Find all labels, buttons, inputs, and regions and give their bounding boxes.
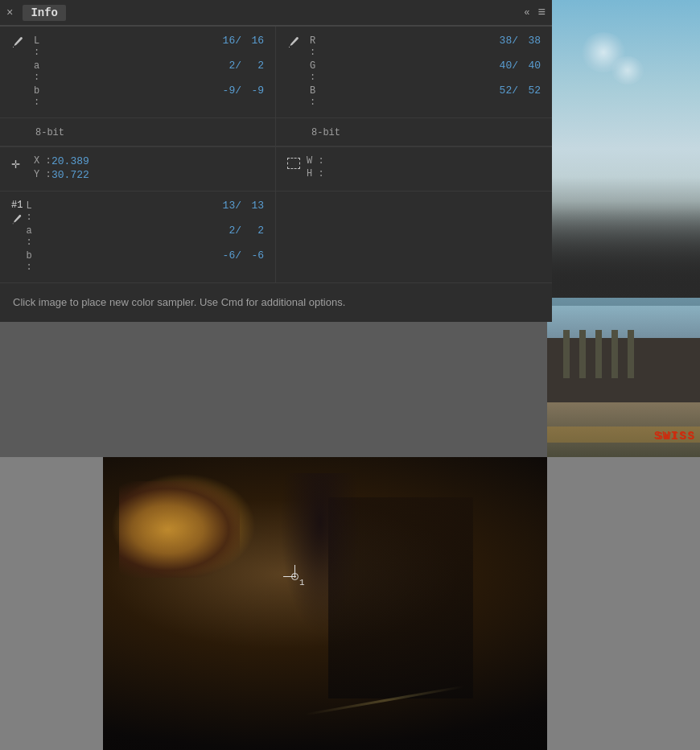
- sampler-1-cell: #1 L : 13/13 a :: [0, 192, 276, 282]
- sampler-label: 1: [299, 578, 305, 587]
- xy-cell: ✛ X : 20.389 Y : 30.722: [0, 147, 276, 191]
- lab-values: L : 16/16 a : 2/2 b : -9/: [34, 35, 264, 109]
- info-panel: × Info « ≡ L : 16/16: [0, 0, 552, 322]
- bit-depth-right-label: 8-bit: [287, 127, 340, 138]
- Y-label: Y :: [34, 169, 51, 181]
- close-button[interactable]: ×: [6, 6, 13, 19]
- bit-depth-right: 8-bit: [276, 118, 552, 146]
- X-value: 20.389: [51, 155, 89, 167]
- B-values: 52/52: [326, 84, 541, 97]
- sampler-row: #1 L : 13/13 a :: [0, 192, 552, 283]
- sampler-id: #1: [11, 200, 23, 211]
- eyedropper-icon: [11, 36, 27, 53]
- left-panel: [0, 457, 103, 750]
- s1-a-label: a :: [26, 225, 42, 248]
- G-label: G :: [310, 60, 326, 83]
- sampler-2-cell: [276, 192, 552, 282]
- H-label: H :: [307, 168, 324, 179]
- sampler-1-values: L : 13/13 a : 2/2 b : -6/: [26, 200, 264, 274]
- X-label: X :: [34, 155, 51, 167]
- position-row: ✛ X : 20.389 Y : 30.722 W: [0, 147, 552, 192]
- Y-value: 30.722: [51, 169, 89, 181]
- b-values: -9/-9: [50, 84, 264, 97]
- s1-b-values: -6/-6: [42, 249, 264, 262]
- xy-values: X : 20.389 Y : 30.722: [34, 155, 89, 183]
- title-bar: × Info « ≡: [0, 0, 552, 26]
- R-values: 38/38: [326, 35, 541, 47]
- sky-image: [547, 0, 700, 298]
- rgb-values: R : 38/38 G : 40/40 B : 5: [310, 35, 541, 109]
- lab-cell: L : 16/16 a : 2/2 b : -9/: [0, 27, 276, 118]
- bit-depth-left-label: 8-bit: [11, 127, 64, 138]
- s1-L-label: L :: [26, 200, 42, 223]
- bit-depth-left: 8-bit: [0, 118, 276, 146]
- R-label: R :: [310, 35, 326, 58]
- L-label: L :: [34, 35, 50, 58]
- a-label: a :: [34, 60, 50, 83]
- W-label: W :: [307, 155, 324, 167]
- wh-cell: W : H :: [276, 147, 552, 191]
- hint-text: Click image to place new color sampler. …: [0, 283, 552, 322]
- a-values: 2/2: [50, 60, 264, 72]
- rgb-cell: R : 38/38 G : 40/40 B : 5: [276, 27, 552, 118]
- sampler-eyedropper-icon: [11, 214, 23, 229]
- eyedropper2-icon: [287, 36, 303, 53]
- panel-title: Info: [23, 5, 66, 21]
- B-label: B :: [310, 85, 326, 108]
- crosshair-tool-icon: ✛: [11, 157, 27, 171]
- G-values: 40/40: [326, 60, 541, 72]
- s1-b-label: b :: [26, 250, 42, 273]
- color-data-grid: L : 16/16 a : 2/2 b : -9/: [0, 26, 552, 118]
- L-values: 16/16: [50, 35, 264, 47]
- selection-tool-icon: [287, 158, 300, 169]
- collapse-button[interactable]: «: [524, 7, 529, 19]
- right-panel-bottom: [547, 457, 700, 750]
- s1-a-values: 2/2: [42, 225, 264, 237]
- airport-image: SWISS: [547, 298, 700, 459]
- b-label: b :: [34, 85, 50, 108]
- menu-button[interactable]: ≡: [537, 6, 546, 20]
- s1-L-values: 13/13: [42, 200, 264, 212]
- wh-values: W : H :: [307, 155, 324, 181]
